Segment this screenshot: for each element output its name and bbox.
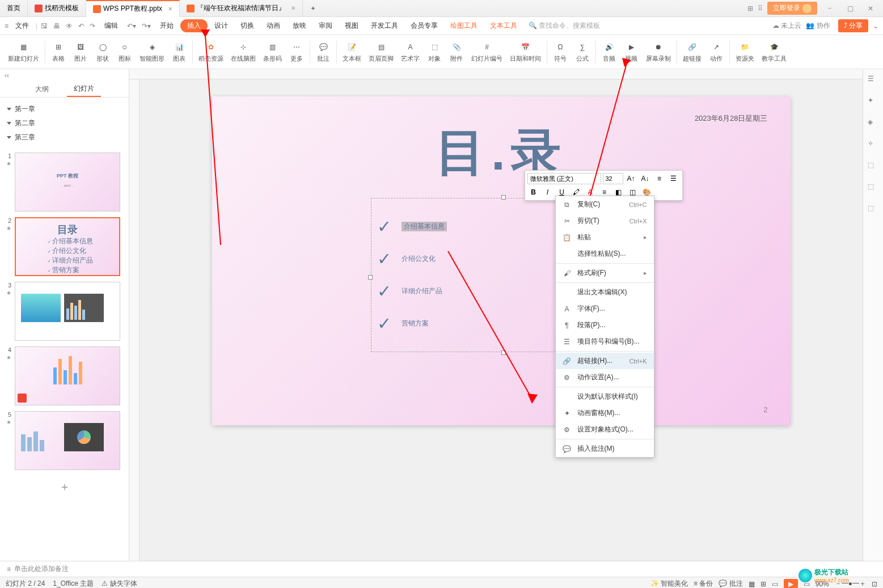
menu-vip[interactable]: 会员专享 xyxy=(405,19,443,33)
symbol-button[interactable]: Ω符号 xyxy=(550,39,571,65)
icons-button[interactable]: ☺图标 xyxy=(114,39,136,65)
cm-object-format[interactable]: ⚙设置对象格式(O)... xyxy=(556,421,654,438)
view-sorter-icon[interactable]: ⊞ xyxy=(761,580,766,588)
image-button[interactable]: 🖼图片 xyxy=(70,39,91,65)
close-icon[interactable]: ✕ xyxy=(291,5,295,11)
menu-icon[interactable]: ≡ xyxy=(5,22,9,30)
action-button[interactable]: ↗动作 xyxy=(705,39,727,65)
menu-text-tools[interactable]: 文本工具 xyxy=(484,19,523,33)
design-icon[interactable]: ✦ xyxy=(868,96,879,108)
resource-button[interactable]: 📁资源夹 xyxy=(732,39,758,65)
chapter-item[interactable]: 第一章 xyxy=(7,102,122,116)
chart-button[interactable]: 📊图表 xyxy=(168,39,190,65)
cm-default-shape[interactable]: 设为默认形状样式(I) xyxy=(556,388,654,405)
menu-edit[interactable]: 编辑 xyxy=(99,19,124,33)
collab-button[interactable]: 👥 协作 xyxy=(806,21,830,31)
screen-record-button[interactable]: ⏺屏幕录制 xyxy=(643,39,674,65)
grid-icon[interactable]: ⊞ xyxy=(747,5,753,12)
table-button[interactable]: ⊞表格 xyxy=(48,39,69,65)
attachment-button[interactable]: 📎附件 xyxy=(446,39,467,65)
new-tab-button[interactable]: ＋ xyxy=(303,0,323,17)
maximize-button[interactable]: ▢ xyxy=(842,3,858,14)
barcode-button[interactable]: ▥条形码 xyxy=(260,39,285,65)
menu-design[interactable]: 设计 xyxy=(209,19,234,33)
status-missing-font[interactable]: ⚠ 缺失字体 xyxy=(102,579,137,588)
menu-animation[interactable]: 动画 xyxy=(261,19,286,33)
redo-icon[interactable]: ↷ xyxy=(87,22,98,30)
tab-templates[interactable]: 找稻壳模板 xyxy=(28,0,86,17)
menu-insert[interactable]: 插入 xyxy=(180,19,208,32)
chapter-item[interactable]: 第二章 xyxy=(7,116,122,130)
close-icon[interactable]: ✕ xyxy=(168,6,172,12)
cm-exit-text-edit[interactable]: 退出文本编辑(X) xyxy=(556,284,654,301)
view-normal-icon[interactable]: ▦ xyxy=(749,580,755,588)
cm-anim-pane[interactable]: ✦动画窗格(M)... xyxy=(556,405,654,421)
view-reading-icon[interactable]: ▭ xyxy=(772,580,778,588)
toc-item-2[interactable]: 介绍公文化 xyxy=(402,254,436,264)
cm-font[interactable]: A字体(F)... xyxy=(556,301,654,317)
command-search[interactable]: 🔍 查找命令、搜索模板 xyxy=(524,20,605,32)
chevron-left-icon[interactable]: ‹‹ xyxy=(5,71,9,79)
font-size-input[interactable] xyxy=(603,173,623,184)
toc-item-1[interactable]: 介绍基本信息 xyxy=(402,222,447,231)
video-button[interactable]: ▶视频 xyxy=(620,39,642,65)
slide-thumb-2[interactable]: 目录✓ 介绍基本信息✓ 介绍公文化✓ 详细介绍产品✓ 营销方案 xyxy=(15,217,120,276)
slide-thumb-4[interactable] xyxy=(15,346,120,405)
header-footer-button[interactable]: ▤页眉页脚 xyxy=(365,39,397,65)
transition-icon[interactable]: ◈ xyxy=(868,118,879,129)
toc-item-4[interactable]: 营销方案 xyxy=(402,319,429,328)
menu-review[interactable]: 审阅 xyxy=(313,19,338,33)
cm-paragraph[interactable]: ¶段落(P)... xyxy=(556,317,654,333)
canvas[interactable]: 2023年6月28日星期三 目.录 ✓介绍基本信息 ✓介绍公文化 ✓详细介绍产品… xyxy=(140,79,863,561)
share-button[interactable]: ⤴ 分享 xyxy=(838,19,868,32)
tab-home[interactable]: 首页 xyxy=(0,0,28,17)
menu-start[interactable]: 开始 xyxy=(154,19,179,33)
cm-insert-comment[interactable]: 💬插入批注(M) xyxy=(556,441,654,457)
comments-button[interactable]: 💬 批注 xyxy=(719,579,742,588)
apps-icon[interactable]: ⠿ xyxy=(758,5,763,12)
preview-icon[interactable]: 👁 xyxy=(64,22,75,30)
slide[interactable]: 2023年6月28日星期三 目.录 ✓介绍基本信息 ✓介绍公文化 ✓详细介绍产品… xyxy=(212,96,791,425)
file-menu[interactable]: 文件 xyxy=(10,19,35,33)
login-button[interactable]: 立即登录 xyxy=(767,2,817,15)
teaching-tools-button[interactable]: 🎓教学工具 xyxy=(758,39,790,65)
cm-copy[interactable]: ⧉复制(C)Ctrl+C xyxy=(556,196,654,213)
bullets-icon[interactable]: ☰ xyxy=(667,173,680,184)
shapes-button[interactable]: ◯形状 xyxy=(92,39,113,65)
help-icon[interactable]: ⬚ xyxy=(868,204,879,215)
cm-bullets[interactable]: ☰项目符号和编号(B)... xyxy=(556,333,654,350)
backup-button[interactable]: ≡ 备份 xyxy=(694,579,713,588)
slide-thumb-3[interactable] xyxy=(15,282,120,341)
tab-outline[interactable]: 大纲 xyxy=(28,82,56,96)
decrease-font-icon[interactable]: A↓ xyxy=(639,173,652,184)
docer-button[interactable]: ✿稻壳资源 xyxy=(195,39,227,65)
equation-button[interactable]: ∑公式 xyxy=(572,39,593,65)
more-button[interactable]: ⋯更多 xyxy=(286,39,307,65)
wordart-button[interactable]: A艺术字 xyxy=(398,39,423,65)
save-icon[interactable]: 🖫 xyxy=(39,22,50,30)
cm-paste-special[interactable]: 选择性粘贴(S)... xyxy=(556,246,654,262)
menu-transition[interactable]: 切换 xyxy=(235,19,260,33)
menu-slideshow[interactable]: 放映 xyxy=(287,19,312,33)
beautify-button[interactable]: ✨ 智能美化 xyxy=(650,579,688,588)
cm-hyperlink[interactable]: 🔗超链接(H)...Ctrl+K xyxy=(556,353,654,369)
slide-title[interactable]: 目.录 xyxy=(235,119,768,187)
object-button[interactable]: ⬚对象 xyxy=(424,39,445,65)
undo2-icon[interactable]: ↶▾ xyxy=(125,22,138,30)
close-button[interactable]: ✕ xyxy=(863,3,878,14)
tab-current-doc[interactable]: WPS PPT教程.pptx✕ xyxy=(86,0,180,17)
slideshow-icon[interactable]: ▶ xyxy=(784,579,798,589)
objects-icon[interactable]: ⬚ xyxy=(868,161,879,172)
notes-bar[interactable]: ≡单击此处添加备注 xyxy=(0,561,883,577)
line-spacing-icon[interactable]: ≡ xyxy=(653,173,666,184)
redo2-icon[interactable]: ↷▾ xyxy=(140,22,153,30)
italic-icon[interactable]: I xyxy=(542,187,554,198)
slide-thumb-5[interactable] xyxy=(15,411,120,470)
toc-item-3[interactable]: 详细介绍产品 xyxy=(402,286,442,296)
datetime-button[interactable]: 📅日期和时间 xyxy=(506,39,544,65)
cm-format-painter[interactable]: 🖌格式刷(F)▸ xyxy=(556,265,654,281)
more-icon[interactable]: ⌄ xyxy=(873,22,878,30)
undo-icon[interactable]: ↶ xyxy=(76,22,86,30)
add-slide-button[interactable]: ＋ xyxy=(3,476,125,498)
select-icon[interactable]: ☰ xyxy=(868,75,879,86)
